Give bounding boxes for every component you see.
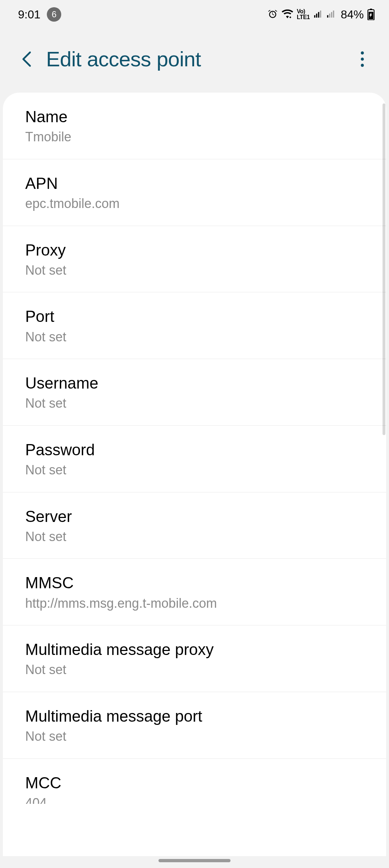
item-value: http://mms.msg.eng.t-mobile.com [25, 595, 364, 612]
item-label: Port [25, 306, 364, 327]
list-item-server[interactable]: Server Not set [3, 492, 386, 559]
list-item-name[interactable]: Name Tmobile [3, 93, 386, 159]
more-options-button[interactable] [354, 50, 371, 68]
item-label: Name [25, 106, 364, 127]
item-value: Not set [25, 661, 364, 679]
list-item-proxy[interactable]: Proxy Not set [3, 226, 386, 293]
item-label: APN [25, 173, 364, 194]
svg-point-3 [361, 51, 364, 54]
wifi-icon [282, 9, 293, 20]
item-value: 404 [25, 794, 364, 804]
signal-icon-1 [313, 10, 323, 19]
svg-point-5 [361, 63, 364, 67]
battery-charging-icon [367, 9, 375, 20]
status-right: Vo)LTE1 84% [267, 8, 375, 21]
item-value: Not set [25, 395, 364, 412]
navigation-handle[interactable] [158, 859, 231, 862]
list-item-apn[interactable]: APN epc.tmobile.com [3, 159, 386, 226]
item-value: Not set [25, 528, 364, 546]
item-label: MMSC [25, 572, 364, 593]
status-time: 9:01 [18, 8, 40, 21]
apn-settings-list: Name Tmobile APN epc.tmobile.com Proxy N… [3, 93, 386, 817]
status-left: 9:01 6 [18, 7, 61, 22]
chevron-left-icon [20, 50, 33, 68]
item-label: Password [25, 439, 364, 460]
volte-icon: Vo)LTE1 [297, 9, 310, 20]
list-item-password[interactable]: Password Not set [3, 426, 386, 492]
list-item-port[interactable]: Port Not set [3, 292, 386, 359]
item-value: Not set [25, 461, 364, 479]
header: Edit access point [0, 29, 389, 93]
item-value: Tmobile [25, 128, 364, 146]
item-label: Server [25, 506, 364, 527]
scrollbar-indicator[interactable] [383, 103, 385, 435]
alarm-icon [267, 9, 278, 20]
svg-point-4 [361, 57, 364, 61]
page-title: Edit access point [46, 47, 354, 71]
list-item-mms-proxy[interactable]: Multimedia message proxy Not set [3, 625, 386, 692]
list-item-mmsc[interactable]: MMSC http://mms.msg.eng.t-mobile.com [3, 559, 386, 625]
list-item-username[interactable]: Username Not set [3, 359, 386, 426]
item-label: Multimedia message proxy [25, 639, 364, 660]
item-label: Proxy [25, 240, 364, 260]
item-value: Not set [25, 262, 364, 279]
status-bar: 9:01 6 Vo)LTE1 84% [0, 0, 389, 29]
item-label: Multimedia message port [25, 706, 364, 726]
item-value: Not set [25, 328, 364, 346]
back-button[interactable] [18, 50, 35, 68]
list-item-mms-port[interactable]: Multimedia message port Not set [3, 692, 386, 759]
list-item-mcc[interactable]: MCC 404 [3, 759, 386, 817]
item-label: MCC [25, 772, 364, 793]
svg-rect-1 [370, 9, 372, 10]
notification-count-badge: 6 [47, 7, 61, 22]
item-value: epc.tmobile.com [25, 195, 364, 213]
item-value: Not set [25, 728, 364, 745]
settings-card: Name Tmobile APN epc.tmobile.com Proxy N… [3, 93, 386, 856]
more-vertical-icon [361, 51, 364, 67]
battery-percentage: 84% [341, 8, 364, 21]
item-label: Username [25, 373, 364, 393]
signal-icon-2 [326, 10, 336, 19]
